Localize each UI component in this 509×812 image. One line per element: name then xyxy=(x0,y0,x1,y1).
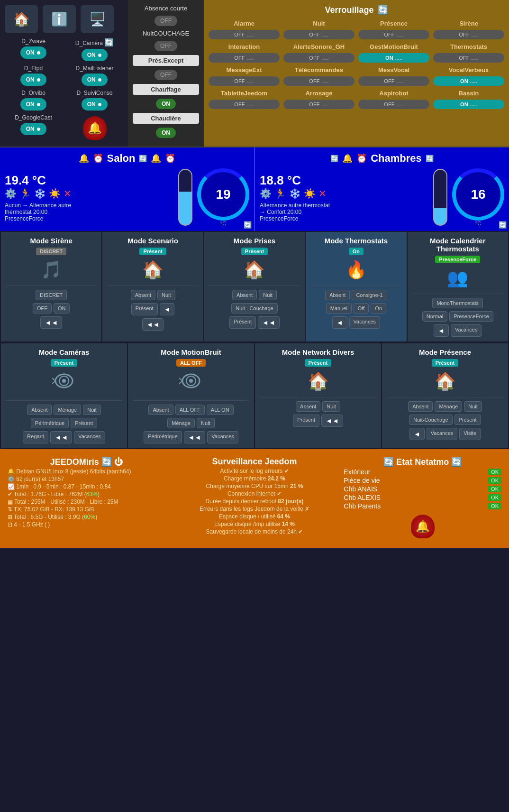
netatmo-refresh2-icon[interactable]: 🔄 xyxy=(451,457,462,467)
thermostats-on-btn[interactable]: On xyxy=(371,303,386,314)
calendrier-back-btn[interactable]: ◄ xyxy=(434,324,449,337)
thermostats-absent-btn[interactable]: Absent xyxy=(325,290,350,300)
verrou-nuit-off[interactable]: OFF ..... xyxy=(283,30,354,39)
presence-menage-btn[interactable]: Ménage xyxy=(435,401,462,412)
daemon-orvibo-toggle[interactable]: ON xyxy=(20,98,47,111)
cameras-menage-btn[interactable]: Ménage xyxy=(54,405,81,415)
salon-close-icon[interactable]: ✕ xyxy=(64,188,72,199)
network-present-btn[interactable]: Présent xyxy=(293,415,319,427)
verrou-messageext-off[interactable]: OFF ..... xyxy=(209,76,280,86)
thermostats-consigne-btn[interactable]: Consigne-1 xyxy=(352,290,387,300)
calendrier-normal-btn[interactable]: Normal xyxy=(422,311,447,322)
motionbruit-back-btn[interactable]: ◄◄ xyxy=(184,431,206,443)
scenario-nuit-btn[interactable]: Nuit xyxy=(157,290,175,300)
verrou-gestmotion-on[interactable]: ON ..... xyxy=(358,53,429,63)
absence-toggle[interactable]: OFF xyxy=(155,16,177,26)
chaudiere-toggle[interactable]: ON xyxy=(156,128,176,138)
salon-person-icon[interactable]: 🏃 xyxy=(19,188,31,199)
salon-snowflake-icon[interactable]: ❄️ xyxy=(34,188,46,199)
daemon-googlecast-toggle[interactable]: ON xyxy=(20,123,47,135)
screen-icon[interactable]: 🖥️ xyxy=(81,5,114,33)
prises-absent-btn[interactable]: Absent xyxy=(232,290,257,300)
chambres-person-icon[interactable]: 🏃 xyxy=(274,188,286,199)
sirene-off-btn[interactable]: OFF xyxy=(33,303,52,314)
cameras-nuit-btn[interactable]: Nuit xyxy=(83,405,101,415)
verrou-telecommandes-off[interactable]: OFF ..... xyxy=(283,76,354,86)
cameras-vacances-btn[interactable]: Vacances xyxy=(74,431,105,443)
verrou-interaction-off[interactable]: OFF ..... xyxy=(209,53,280,63)
chambres-close-icon[interactable]: ✕ xyxy=(318,188,327,199)
calendrier-presenceforce-btn[interactable]: PresenceForce xyxy=(449,311,493,322)
daemon-suiviconso-toggle[interactable]: ON xyxy=(82,98,108,111)
presence-nuitcouchage-btn[interactable]: Nuit-Couchage xyxy=(409,415,452,425)
daemon-camera-toggle[interactable]: ON xyxy=(82,49,108,61)
calendrier-mono-btn[interactable]: MonoThermostats xyxy=(432,298,483,308)
verrou-thermostats-off[interactable]: OFF ..... xyxy=(433,53,504,63)
motionbruit-absent-btn[interactable]: Absent xyxy=(148,405,173,415)
presence-back-btn[interactable]: ◄ xyxy=(409,428,425,440)
cameras-perimetrique-btn[interactable]: Périmétrique xyxy=(31,418,69,428)
cameras-present-btn[interactable]: Présent xyxy=(71,418,97,428)
salon-bottom-refresh-icon[interactable]: 🔄 xyxy=(244,221,252,229)
chambres-bottom-refresh-icon[interactable]: 🔄 xyxy=(499,221,507,229)
verrou-messvocal-off[interactable]: OFF ..... xyxy=(358,76,429,86)
scenario-absent-btn[interactable]: Absent xyxy=(131,290,155,300)
home-icon[interactable]: 🏠 xyxy=(5,5,38,33)
verrou-vocalverbeux-on[interactable]: ON ..... xyxy=(433,76,504,86)
daemon-maillistener-toggle[interactable]: ON xyxy=(82,74,108,86)
netatmo-refresh-icon[interactable]: 🔄 xyxy=(383,457,396,467)
chambres-snowflake-icon[interactable]: ❄️ xyxy=(289,188,301,199)
verrou-alertesonore-off[interactable]: OFF ..... xyxy=(283,53,354,63)
pres-toggle[interactable]: OFF xyxy=(155,70,177,80)
thermostats-manuel-btn[interactable]: Manuel xyxy=(326,303,352,314)
chauffage-btn[interactable]: Chauffage xyxy=(133,84,199,95)
sirene-back-btn[interactable]: ◄◄ xyxy=(40,316,62,329)
salon-sun-icon[interactable]: ☀️ xyxy=(49,188,61,199)
sirene-on-btn[interactable]: ON xyxy=(54,303,70,314)
presence-visite-btn[interactable]: Visite xyxy=(459,428,481,440)
jeedom-power-icon[interactable]: ⏻ xyxy=(114,457,123,467)
salon-settings-icon[interactable]: ⚙️ xyxy=(5,188,17,199)
verrou-arrosage-off[interactable]: OFF ..... xyxy=(283,100,354,109)
prises-back-btn[interactable]: ◄◄ xyxy=(258,316,280,329)
verrou-presence-off[interactable]: OFF ..... xyxy=(358,30,429,39)
chauffage-toggle[interactable]: ON xyxy=(156,99,176,109)
cameras-absent-btn[interactable]: Absent xyxy=(27,405,52,415)
chambres-refresh-icon[interactable]: 🔄 xyxy=(330,155,338,162)
chaudiere-btn[interactable]: Chaudière xyxy=(133,113,199,124)
network-absent-btn[interactable]: Absent xyxy=(296,401,320,412)
presence-present-btn[interactable]: Présent xyxy=(454,415,481,425)
scenario-back2-btn[interactable]: ◄◄ xyxy=(142,318,164,331)
scenario-back-btn[interactable]: ◄ xyxy=(160,303,175,315)
sirene-discret-btn[interactable]: DISCRET xyxy=(36,290,67,300)
chambres-sun-icon[interactable]: ☀️ xyxy=(304,188,316,199)
motionbruit-allon-btn[interactable]: ALL ON xyxy=(207,405,234,415)
calendrier-vacances-btn[interactable]: Vacances xyxy=(451,324,482,337)
motionbruit-nuit-btn[interactable]: Nuit xyxy=(197,418,215,428)
thermostats-off-btn[interactable]: Off xyxy=(354,303,369,314)
presence-nuit-btn[interactable]: Nuit xyxy=(464,401,482,412)
cameras-regard-btn[interactable]: Regard xyxy=(23,431,48,443)
verrou-tablette-off[interactable]: OFF ..... xyxy=(209,100,280,109)
thermostats-back-btn[interactable]: ◄ xyxy=(332,316,347,329)
verrou-sirene-off[interactable]: OFF ..... xyxy=(433,30,504,39)
motionbruit-menage-btn[interactable]: Ménage xyxy=(167,418,195,428)
salon-refresh-icon[interactable]: 🔄 xyxy=(139,155,147,162)
chambres-settings-icon[interactable]: ⚙️ xyxy=(260,188,272,199)
prises-nuitcouchage-btn[interactable]: Nuit - Couchage xyxy=(231,303,278,314)
info-icon[interactable]: ℹ️ xyxy=(43,5,76,33)
prises-present-btn[interactable]: Présent xyxy=(229,316,256,329)
verrou-bassin-on[interactable]: ON ..... xyxy=(433,100,504,109)
thermostats-vacances-btn[interactable]: Vacances xyxy=(349,316,381,329)
network-nuit-btn[interactable]: Nuit xyxy=(322,401,340,412)
motionbruit-alloff-btn[interactable]: ALL OFF xyxy=(175,405,205,415)
presence-vacances-btn[interactable]: Vacances xyxy=(427,428,458,440)
daemon-ftpd-toggle[interactable]: ON xyxy=(20,74,47,86)
scenario-present-btn[interactable]: Présent xyxy=(131,303,158,315)
verrou-aspirobot-off[interactable]: OFF ..... xyxy=(358,100,429,109)
cameras-back-btn[interactable]: ◄◄ xyxy=(50,431,72,443)
network-back-btn[interactable]: ◄◄ xyxy=(321,415,343,427)
camera-refresh-icon[interactable]: 🔄 xyxy=(104,38,114,46)
motionbruit-perimetrique-btn[interactable]: Périmétrique xyxy=(144,431,182,443)
verrouillage-refresh-icon[interactable]: 🔄 xyxy=(378,5,388,15)
